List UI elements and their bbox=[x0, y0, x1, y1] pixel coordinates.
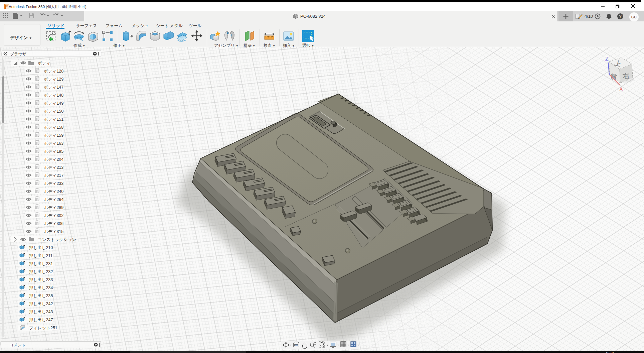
svg-text:?: ? bbox=[619, 14, 622, 19]
svg-text:X: X bbox=[619, 86, 623, 92]
svg-text:右: 右 bbox=[622, 72, 630, 80]
svg-text:Z: Z bbox=[605, 56, 609, 62]
